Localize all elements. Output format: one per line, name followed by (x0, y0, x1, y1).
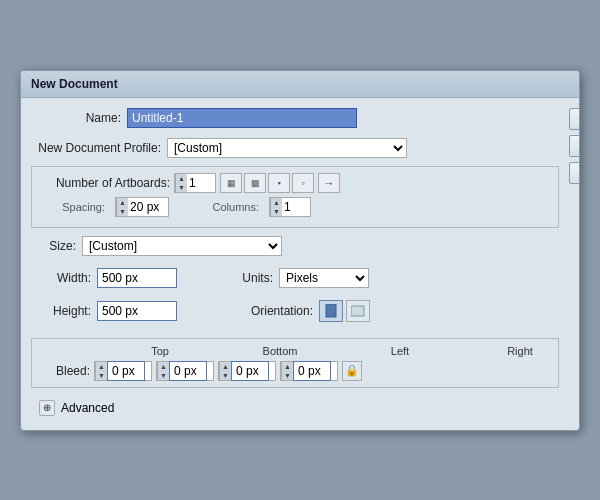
svg-rect-0 (326, 304, 336, 317)
advanced-toggle[interactable]: ⊕ (39, 400, 55, 416)
bleed-left-field: ▲ ▼ (218, 361, 276, 381)
profile-label: New Document Profile: (31, 141, 161, 155)
pixel-grid-info: Align to Pixel Grid:No (569, 274, 580, 304)
bleed-bottom-input[interactable] (169, 361, 207, 381)
columns-spinner[interactable]: ▲ ▼ (269, 197, 311, 217)
bleed-bottom-field: ▲ ▼ (156, 361, 214, 381)
grid-2-icon[interactable]: ▩ (244, 173, 266, 193)
bleed-right-up[interactable]: ▲ (281, 362, 293, 371)
bleed-top-arrows[interactable]: ▲ ▼ (95, 362, 107, 380)
dialog-main: Name: New Document Profile: [Custom] Num… (31, 108, 559, 420)
artboards-spinner-arrows[interactable]: ▲ ▼ (175, 174, 187, 192)
profile-row: New Document Profile: [Custom] (31, 138, 559, 158)
artboard-icons: ▦ ▩ ▪ ▫ (220, 173, 314, 193)
size-row: Size: [Custom] (31, 236, 559, 256)
height-row: Height: Orientation: (31, 300, 559, 322)
advanced-label: Advanced (61, 401, 114, 415)
templates-button[interactable]: Templates... (569, 162, 580, 184)
dialog-title: New Document (21, 71, 579, 98)
bleed-top-up[interactable]: ▲ (95, 362, 107, 371)
spacing-arrows[interactable]: ▲ ▼ (116, 198, 128, 216)
columns-label: Columns: (199, 201, 259, 213)
orientation-buttons (319, 300, 370, 322)
new-document-dialog: New Document Name: New Document Profile:… (20, 70, 580, 431)
name-input[interactable] (127, 108, 357, 128)
spacing-label: Spacing: (40, 201, 105, 213)
grid-4-icon[interactable]: ▫ (292, 173, 314, 193)
grid-3-icon[interactable]: ▪ (268, 173, 290, 193)
width-label: Width: (31, 271, 91, 285)
artboards-row: Number of Artboards: ▲ ▼ ▦ ▩ ▪ ▫ (40, 173, 550, 193)
bleed-header: Top Bottom Left Right (40, 345, 550, 357)
landscape-button[interactable] (346, 300, 370, 322)
bleed-left-up[interactable]: ▲ (219, 362, 231, 371)
artboards-arrange-btn[interactable]: → (318, 173, 340, 193)
bleed-row: Bleed: ▲ ▼ ▲ ▼ (40, 361, 550, 381)
orientation-label: Orientation: (223, 304, 313, 318)
bleed-bottom-arrows[interactable]: ▲ ▼ (157, 362, 169, 380)
bleed-top-input[interactable] (107, 361, 145, 381)
bleed-bottom-up[interactable]: ▲ (157, 362, 169, 371)
bleed-right-arrows[interactable]: ▲ ▼ (281, 362, 293, 380)
bleed-left-input[interactable] (231, 361, 269, 381)
spacing-spinner[interactable]: ▲ ▼ (115, 197, 169, 217)
artboards-group: Number of Artboards: ▲ ▼ ▦ ▩ ▪ ▫ (31, 166, 559, 228)
size-select[interactable]: [Custom] (82, 236, 282, 256)
bleed-label: Bleed: (40, 364, 90, 378)
units-label: Units: (223, 271, 273, 285)
columns-down[interactable]: ▼ (270, 207, 282, 216)
width-row: Width: Units: Pixels Inches Centimeters … (31, 268, 559, 288)
bleed-left-down[interactable]: ▼ (219, 371, 231, 380)
bleed-top-down[interactable]: ▼ (95, 371, 107, 380)
cancel-button[interactable]: Cancel (569, 135, 580, 157)
bleed-section: Top Bottom Left Right Bleed: ▲ ▼ (31, 338, 559, 388)
bleed-left-label: Left (370, 345, 430, 357)
columns-arrows[interactable]: ▲ ▼ (270, 198, 282, 216)
info-section: Color Mode:CMYK PPI:300 Align to Pixel G… (569, 229, 580, 304)
ppi-info: PPI:300 (569, 259, 580, 274)
bleed-right-down[interactable]: ▼ (281, 371, 293, 380)
columns-input[interactable] (282, 198, 310, 216)
svg-rect-1 (351, 306, 364, 316)
size-label: Size: (31, 239, 76, 253)
name-label: Name: (31, 111, 121, 125)
bleed-lock-button[interactable]: 🔒 (342, 361, 362, 381)
spacing-row: Spacing: ▲ ▼ Columns: ▲ ▼ (40, 197, 550, 217)
artboards-spinner[interactable]: ▲ ▼ (174, 173, 216, 193)
profile-select[interactable]: [Custom] (167, 138, 407, 158)
artboards-up-arrow[interactable]: ▲ (175, 174, 187, 183)
bleed-right-input[interactable] (293, 361, 331, 381)
bleed-top-label: Top (130, 345, 190, 357)
advanced-row: ⊕ Advanced (31, 396, 559, 420)
columns-up[interactable]: ▲ (270, 198, 282, 207)
bleed-bottom-label: Bottom (250, 345, 310, 357)
bleed-bottom-down[interactable]: ▼ (157, 371, 169, 380)
color-mode-info: Color Mode:CMYK (569, 229, 580, 259)
bleed-left-arrows[interactable]: ▲ ▼ (219, 362, 231, 380)
dialog-actions: OK Cancel Templates... Color Mode:CMYK P… (569, 108, 580, 420)
bleed-top-field: ▲ ▼ (94, 361, 152, 381)
height-label: Height: (31, 304, 91, 318)
artboards-label: Number of Artboards: (40, 176, 170, 190)
grid-1-icon[interactable]: ▦ (220, 173, 242, 193)
spacing-up[interactable]: ▲ (116, 198, 128, 207)
height-input[interactable] (97, 301, 177, 321)
portrait-button[interactable] (319, 300, 343, 322)
name-row: Name: (31, 108, 559, 128)
bleed-right-field: ▲ ▼ (280, 361, 338, 381)
spacing-input[interactable] (128, 198, 168, 216)
bleed-right-label: Right (490, 345, 550, 357)
units-select[interactable]: Pixels Inches Centimeters Millimeters Po… (279, 268, 369, 288)
width-input[interactable] (97, 268, 177, 288)
ok-button[interactable]: OK (569, 108, 580, 130)
artboards-value-input[interactable] (187, 174, 215, 192)
artboards-down-arrow[interactable]: ▼ (175, 183, 187, 192)
spacing-down[interactable]: ▼ (116, 207, 128, 216)
